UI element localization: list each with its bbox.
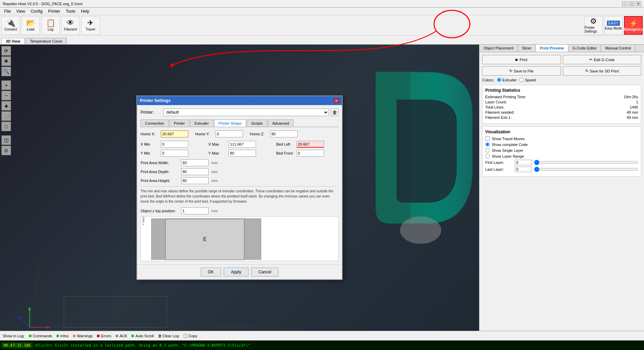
printer-delete-button[interactable]: 🗑: [331, 109, 338, 116]
bed-front-input[interactable]: [297, 150, 324, 157]
edit-gcode-button[interactable]: ✏ Edit G-Code: [563, 55, 642, 64]
ok-button[interactable]: OK: [201, 268, 221, 276]
infos-label: Infos: [60, 334, 69, 338]
first-layer-slider[interactable]: [534, 160, 638, 165]
menu-view[interactable]: View: [13, 8, 28, 14]
easy-mode-button[interactable]: EASY Easy Mode: [604, 16, 623, 35]
last-layer-input[interactable]: [515, 167, 532, 172]
easy-mode-icon: EASY: [607, 21, 620, 26]
clear-log-button[interactable]: 🗑 Clear Log: [158, 334, 179, 338]
modal-close-button[interactable]: ✕: [334, 98, 339, 103]
tab-object-placement[interactable]: Object Placement: [479, 45, 518, 52]
show-complete-radio[interactable]: [485, 142, 490, 147]
travel-button[interactable]: ✈ Travel: [81, 16, 100, 35]
print-height-input[interactable]: [181, 177, 209, 184]
auto-scroll-filter[interactable]: Auto Scroll: [131, 334, 154, 338]
tab-gcode-editor[interactable]: G-Code Editor: [568, 45, 601, 52]
printer-settings-button[interactable]: ⚙ Printer Settings: [584, 16, 603, 35]
filament-extr-row: Filament Extr.1: 49 mm: [485, 115, 638, 120]
warnings-filter[interactable]: Warnings: [73, 334, 93, 338]
menu-file[interactable]: File: [1, 8, 13, 14]
auto-scroll-label: Auto Scroll: [135, 334, 154, 338]
modal-tab-extruder[interactable]: Extruder: [190, 120, 213, 127]
edit-gcode-label: Edit G-Code: [594, 58, 615, 62]
object-z-label: Object z top position:: [141, 209, 178, 213]
home-x-input[interactable]: [161, 131, 188, 137]
menu-tools[interactable]: Tools: [63, 8, 78, 14]
tab-manual-control[interactable]: Manual Control: [601, 45, 635, 52]
show-complete-row: Show complete Code: [485, 142, 638, 147]
menu-printer[interactable]: Printer: [45, 8, 63, 14]
home-y-input[interactable]: [215, 131, 243, 137]
menu-config[interactable]: Config: [28, 8, 45, 14]
load-button[interactable]: 📂 Load: [21, 16, 40, 35]
x-max-input[interactable]: [229, 141, 256, 148]
extruder-radio[interactable]: [497, 78, 501, 82]
connect-label: Connect: [4, 27, 17, 31]
commands-filter[interactable]: Commands: [29, 334, 52, 338]
first-layer-input[interactable]: [515, 160, 532, 165]
3d-background[interactable]: ⟳ ✥ 🔍 + − ◈ ⬜ □ ◫ ⊙: [0, 45, 479, 331]
filament-button[interactable]: 👁 Filament: [61, 16, 80, 35]
show-single-radio[interactable]: [485, 148, 490, 153]
show-complete-label: Show complete Code: [492, 143, 528, 147]
filament-extr-label: Filament Extr.1:: [485, 115, 511, 120]
modal-overlay: Printer Settings ← ✕ Printer: default 🗑: [0, 45, 479, 331]
extruder-color-option[interactable]: Extruder: [497, 78, 517, 82]
log-button[interactable]: 📋 Log: [41, 16, 60, 35]
infos-filter[interactable]: Infos: [56, 334, 69, 338]
menu-help[interactable]: Help: [78, 8, 92, 14]
printer-select[interactable]: default: [163, 109, 329, 116]
window-controls: − □ ✕: [622, 1, 641, 6]
minimize-button[interactable]: −: [622, 1, 628, 6]
errors-dot: [97, 335, 100, 337]
tab-temperature[interactable]: Temperature Curve: [25, 38, 67, 44]
emergency-button[interactable]: ⚡ Emergency: [624, 16, 643, 35]
show-range-radio[interactable]: [485, 154, 490, 158]
modal-tab-printer[interactable]: Printer: [169, 120, 189, 127]
bed-left-input[interactable]: [297, 141, 324, 148]
y-max-input[interactable]: [229, 150, 256, 157]
y-min-field: Y Min: [141, 150, 203, 157]
object-z-input[interactable]: [181, 207, 209, 214]
width-mm-label: mm: [211, 161, 218, 165]
maximize-button[interactable]: □: [629, 1, 634, 6]
speed-color-option[interactable]: Speed: [519, 78, 536, 82]
ack-label: ACK: [120, 334, 127, 338]
modal-tab-advanced[interactable]: Advanced: [268, 120, 294, 127]
last-layer-slider[interactable]: [534, 167, 638, 172]
print-width-input[interactable]: [181, 159, 209, 166]
show-travel-checkbox[interactable]: [485, 136, 490, 141]
tab-slicer[interactable]: Slicer: [518, 45, 536, 52]
x-min-input[interactable]: [161, 141, 188, 148]
print-depth-input[interactable]: [181, 168, 209, 175]
object-z-mm-label: mm: [211, 209, 218, 213]
speed-radio[interactable]: [519, 78, 524, 82]
cancel-button[interactable]: Cancel: [251, 268, 278, 276]
connect-button[interactable]: 🔌 Connect: [1, 16, 20, 35]
home-y-label: Home Y:: [195, 132, 214, 136]
print-height-label: Print Area Height:: [141, 179, 178, 183]
save-sd-button[interactable]: ↻ Save for SD Print: [563, 66, 642, 76]
modal-tabs: Connection Printer Extruder Printer Shap…: [141, 120, 338, 127]
save-to-file-button[interactable]: ↻ Save to File: [482, 66, 561, 76]
depth-mm-label: mm: [211, 170, 218, 174]
save-sd-label: Save for SD Print: [590, 69, 619, 73]
copy-button[interactable]: 📋 Copy: [183, 334, 197, 338]
clear-log-label: Clear Log: [163, 334, 179, 338]
y-min-input[interactable]: [161, 150, 188, 157]
show-range-label: Show Layer Range: [492, 154, 524, 158]
apply-button[interactable]: Apply: [224, 268, 248, 276]
print-bed-preview: Y Max E: [141, 216, 338, 261]
close-button[interactable]: ✕: [636, 1, 641, 6]
home-z-input[interactable]: [270, 131, 298, 137]
ack-filter[interactable]: ACK: [115, 334, 127, 338]
modal-tab-scripts[interactable]: Scripts: [247, 120, 267, 127]
print-button[interactable]: ▶ Print: [482, 55, 561, 64]
modal-tab-printer-shape[interactable]: Printer Shape: [214, 120, 246, 127]
errors-filter[interactable]: Errors: [97, 334, 111, 338]
modal-tab-connection[interactable]: Connection: [141, 120, 169, 127]
x-min-label: X Min: [141, 142, 159, 146]
tab-3dview[interactable]: 3D View: [1, 38, 25, 44]
tab-print-preview[interactable]: Print Preview: [536, 45, 568, 52]
